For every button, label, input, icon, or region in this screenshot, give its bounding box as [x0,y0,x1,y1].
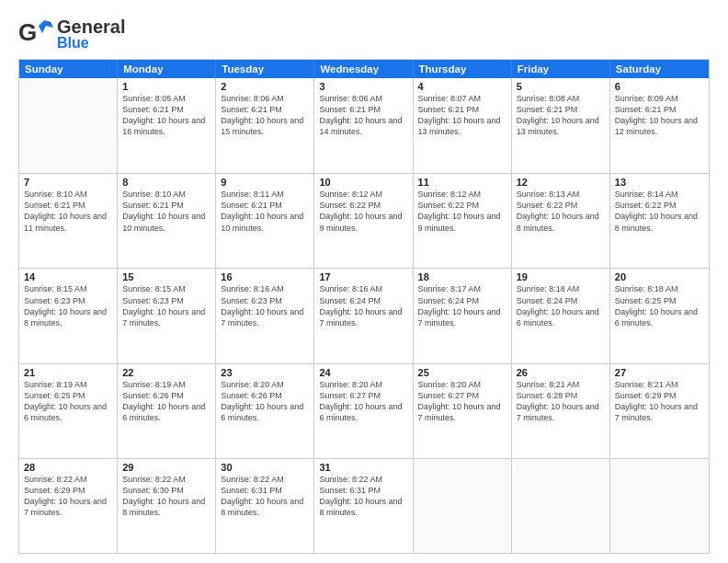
day-number: 3 [319,81,407,92]
day-number: 5 [517,81,605,92]
svg-marker-1 [39,20,53,33]
day-number: 13 [615,177,704,188]
calendar-cell: 13Sunrise: 8:14 AM Sunset: 6:22 PM Dayli… [610,174,709,268]
weekday-header-friday: Friday [512,60,610,78]
svg-text:G: G [18,18,37,46]
day-number: 6 [615,81,704,92]
logo-icon: G [18,17,53,52]
day-number: 4 [418,81,506,92]
calendar-week-4: 21Sunrise: 8:19 AM Sunset: 6:25 PM Dayli… [19,363,709,458]
weekday-header-saturday: Saturday [610,60,709,78]
calendar-cell: 16Sunrise: 8:16 AM Sunset: 6:23 PM Dayli… [216,269,314,362]
calendar-body: 1Sunrise: 8:05 AM Sunset: 6:21 PM Daylig… [19,78,709,553]
calendar-week-2: 7Sunrise: 8:10 AM Sunset: 6:21 PM Daylig… [19,173,709,268]
calendar-cell: 1Sunrise: 8:05 AM Sunset: 6:21 PM Daylig… [118,78,216,173]
day-number: 12 [517,177,605,188]
day-number: 19 [517,271,605,282]
cell-info: Sunrise: 8:12 AM Sunset: 6:22 PM Dayligh… [319,189,407,234]
cell-info: Sunrise: 8:16 AM Sunset: 6:23 PM Dayligh… [221,283,309,328]
day-number: 31 [319,462,407,473]
day-number: 18 [418,271,506,282]
cell-info: Sunrise: 8:22 AM Sunset: 6:30 PM Dayligh… [122,474,210,519]
cell-info: Sunrise: 8:14 AM Sunset: 6:22 PM Dayligh… [615,189,704,234]
calendar-cell: 8Sunrise: 8:10 AM Sunset: 6:21 PM Daylig… [118,174,216,268]
cell-info: Sunrise: 8:06 AM Sunset: 6:21 PM Dayligh… [319,93,407,138]
calendar-cell: 6Sunrise: 8:09 AM Sunset: 6:21 PM Daylig… [610,78,709,173]
cell-info: Sunrise: 8:06 AM Sunset: 6:21 PM Dayligh… [221,93,309,138]
cell-info: Sunrise: 8:21 AM Sunset: 6:29 PM Dayligh… [615,379,704,424]
calendar-week-1: 1Sunrise: 8:05 AM Sunset: 6:21 PM Daylig… [19,78,709,173]
calendar-cell: 15Sunrise: 8:15 AM Sunset: 6:23 PM Dayli… [118,269,216,362]
logo-general: General [57,17,125,36]
cell-info: Sunrise: 8:22 AM Sunset: 6:29 PM Dayligh… [24,474,112,519]
cell-info: Sunrise: 8:07 AM Sunset: 6:21 PM Dayligh… [418,93,506,138]
weekday-header-tuesday: Tuesday [216,60,314,78]
day-number: 7 [24,177,112,188]
calendar-week-3: 14Sunrise: 8:15 AM Sunset: 6:23 PM Dayli… [19,268,709,362]
calendar-cell: 12Sunrise: 8:13 AM Sunset: 6:22 PM Dayli… [512,174,610,268]
day-number: 26 [517,367,605,378]
cell-info: Sunrise: 8:15 AM Sunset: 6:23 PM Dayligh… [24,283,112,328]
day-number: 1 [122,81,210,92]
cell-info: Sunrise: 8:15 AM Sunset: 6:23 PM Dayligh… [122,283,210,328]
calendar-cell: 27Sunrise: 8:21 AM Sunset: 6:29 PM Dayli… [610,364,709,458]
calendar: SundayMondayTuesdayWednesdayThursdayFrid… [18,59,710,554]
calendar-cell: 10Sunrise: 8:12 AM Sunset: 6:22 PM Dayli… [314,174,413,268]
calendar-cell: 29Sunrise: 8:22 AM Sunset: 6:30 PM Dayli… [118,459,216,553]
cell-info: Sunrise: 8:20 AM Sunset: 6:27 PM Dayligh… [418,379,506,424]
weekday-header-wednesday: Wednesday [314,60,413,78]
day-number: 15 [122,271,210,282]
day-number: 11 [418,177,506,188]
calendar-cell: 3Sunrise: 8:06 AM Sunset: 6:21 PM Daylig… [314,78,413,173]
cell-info: Sunrise: 8:18 AM Sunset: 6:24 PM Dayligh… [517,283,605,328]
cell-info: Sunrise: 8:10 AM Sunset: 6:21 PM Dayligh… [122,189,210,234]
day-number: 20 [615,271,704,282]
day-number: 10 [319,177,407,188]
calendar-cell: 23Sunrise: 8:20 AM Sunset: 6:26 PM Dayli… [216,364,314,458]
cell-info: Sunrise: 8:12 AM Sunset: 6:22 PM Dayligh… [418,189,506,234]
calendar-cell: 2Sunrise: 8:06 AM Sunset: 6:21 PM Daylig… [216,78,314,173]
calendar-cell: 24Sunrise: 8:20 AM Sunset: 6:27 PM Dayli… [314,364,413,458]
calendar-cell: 7Sunrise: 8:10 AM Sunset: 6:21 PM Daylig… [19,174,118,268]
calendar-cell: 20Sunrise: 8:18 AM Sunset: 6:25 PM Dayli… [610,269,709,362]
calendar-cell: 17Sunrise: 8:16 AM Sunset: 6:24 PM Dayli… [314,269,413,362]
calendar-cell [414,459,512,553]
logo-blue: Blue [57,36,125,51]
day-number: 9 [221,177,309,188]
day-number: 16 [221,271,309,282]
calendar-cell: 4Sunrise: 8:07 AM Sunset: 6:21 PM Daylig… [414,78,512,173]
cell-info: Sunrise: 8:10 AM Sunset: 6:21 PM Dayligh… [24,189,112,234]
weekday-header-thursday: Thursday [414,60,512,78]
calendar-cell: 5Sunrise: 8:08 AM Sunset: 6:21 PM Daylig… [512,78,610,173]
day-number: 23 [221,367,309,378]
day-number: 30 [221,462,309,473]
day-number: 21 [24,367,112,378]
calendar-cell: 31Sunrise: 8:22 AM Sunset: 6:31 PM Dayli… [314,459,413,553]
calendar-cell: 21Sunrise: 8:19 AM Sunset: 6:25 PM Dayli… [19,364,118,458]
calendar-cell: 30Sunrise: 8:22 AM Sunset: 6:31 PM Dayli… [216,459,314,553]
cell-info: Sunrise: 8:21 AM Sunset: 6:28 PM Dayligh… [517,379,605,424]
day-number: 17 [319,271,407,282]
cell-info: Sunrise: 8:20 AM Sunset: 6:26 PM Dayligh… [221,379,309,424]
cell-info: Sunrise: 8:18 AM Sunset: 6:25 PM Dayligh… [615,283,704,328]
cell-info: Sunrise: 8:09 AM Sunset: 6:21 PM Dayligh… [615,93,704,138]
day-number: 25 [418,367,506,378]
cell-info: Sunrise: 8:22 AM Sunset: 6:31 PM Dayligh… [319,474,407,519]
calendar-cell [610,459,709,553]
calendar-cell: 19Sunrise: 8:18 AM Sunset: 6:24 PM Dayli… [512,269,610,362]
cell-info: Sunrise: 8:17 AM Sunset: 6:24 PM Dayligh… [418,283,506,328]
day-number: 14 [24,271,112,282]
page: G General Blue SundayMondayTuesdayWednes… [0,0,728,563]
weekday-header-sunday: Sunday [19,60,118,78]
calendar-week-5: 28Sunrise: 8:22 AM Sunset: 6:29 PM Dayli… [19,458,709,553]
calendar-cell: 22Sunrise: 8:19 AM Sunset: 6:26 PM Dayli… [118,364,216,458]
cell-info: Sunrise: 8:08 AM Sunset: 6:21 PM Dayligh… [517,93,605,138]
cell-info: Sunrise: 8:20 AM Sunset: 6:27 PM Dayligh… [319,379,407,424]
day-number: 2 [221,81,309,92]
day-number: 27 [615,367,704,378]
day-number: 22 [122,367,210,378]
cell-info: Sunrise: 8:16 AM Sunset: 6:24 PM Dayligh… [319,283,407,328]
calendar-header: SundayMondayTuesdayWednesdayThursdayFrid… [19,60,709,78]
cell-info: Sunrise: 8:19 AM Sunset: 6:26 PM Dayligh… [122,379,210,424]
calendar-cell: 11Sunrise: 8:12 AM Sunset: 6:22 PM Dayli… [414,174,512,268]
